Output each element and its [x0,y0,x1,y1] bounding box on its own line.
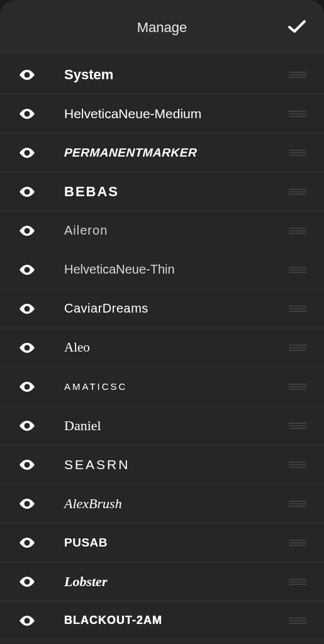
font-list: SystemHelveticaNeue-MediumPermanentMarke… [0,55,324,644]
svg-point-36 [25,423,30,428]
eye-icon[interactable] [18,497,36,511]
font-row[interactable]: CaviarDreams [0,289,324,328]
font-name-label: AMATICSC [64,381,289,392]
svg-point-48 [25,540,30,545]
font-row[interactable]: BLACKOUT-2AM [0,601,324,640]
svg-point-4 [25,111,30,116]
font-row[interactable]: BEBAS [0,172,324,211]
drag-handle-icon[interactable] [289,578,306,586]
eye-icon[interactable] [18,419,36,433]
svg-point-40 [25,462,30,467]
font-row[interactable]: Lobster [0,562,324,601]
drag-handle-icon[interactable] [289,617,306,625]
eye-icon[interactable] [18,536,36,550]
eye-icon[interactable] [18,614,36,628]
svg-point-44 [25,501,30,506]
eye-icon[interactable] [18,224,36,238]
drag-handle-icon[interactable] [289,344,306,352]
eye-icon[interactable] [18,380,36,394]
eye-icon[interactable] [18,341,36,355]
drag-handle-icon[interactable] [289,422,306,430]
eye-icon[interactable] [18,68,36,82]
page-title: Manage [137,19,187,36]
drag-handle-icon[interactable] [289,266,306,274]
font-name-label: SEASRN [64,457,289,472]
eye-icon[interactable] [18,146,36,160]
font-name-label: AlexBrush [64,496,289,512]
font-row[interactable]: Aileron [0,211,324,250]
svg-point-32 [25,384,30,389]
font-row[interactable]: SEASRN [0,445,324,484]
font-name-label: PermanentMarker [64,146,289,160]
font-name-label: BLACKOUT-2AM [64,614,289,627]
font-name-label: HelveticaNeue-Medium [64,106,289,121]
drag-handle-icon[interactable] [289,383,306,391]
svg-point-52 [25,579,30,584]
svg-point-8 [25,150,30,155]
font-row[interactable]: AMATICSC [0,367,324,406]
font-name-label: System [64,67,289,83]
drag-handle-icon[interactable] [289,500,306,508]
font-name-label: HelveticaNeue-Thin [64,262,289,277]
svg-point-20 [25,267,30,272]
font-name-label: Daniel [64,418,289,434]
eye-icon[interactable] [18,458,36,472]
font-row[interactable]: Aleo [0,328,324,367]
svg-point-0 [25,72,30,77]
eye-icon[interactable] [18,107,36,121]
font-row[interactable]: HelveticaNeue-Medium [0,94,324,133]
done-button[interactable] [288,19,306,36]
font-name-label: PUSAB [64,536,289,550]
svg-point-56 [25,618,30,623]
eye-icon[interactable] [18,185,36,199]
drag-handle-icon[interactable] [289,149,306,157]
font-row[interactable]: Daniel [0,406,324,445]
font-row[interactable]: PermanentMarker [0,133,324,172]
checkmark-icon [288,25,306,36]
drag-handle-icon[interactable] [289,188,306,196]
eye-icon[interactable] [18,263,36,277]
drag-handle-icon[interactable] [289,110,306,118]
drag-handle-icon[interactable] [289,461,306,469]
font-name-label: BEBAS [64,184,289,200]
manage-panel: Manage SystemHelveticaNeue-MediumPermane… [0,0,324,644]
drag-handle-icon[interactable] [289,305,306,313]
eye-icon[interactable] [18,302,36,316]
font-name-label: Aileron [64,223,289,238]
header: Manage [0,0,324,55]
drag-handle-icon[interactable] [289,227,306,235]
font-row[interactable]: AlexBrush [0,484,324,523]
font-row[interactable]: HelveticaNeue-Thin [0,250,324,289]
drag-handle-icon[interactable] [289,539,306,547]
drag-handle-icon[interactable] [289,71,306,79]
font-name-label: Lobster [64,574,289,590]
font-name-label: Aleo [64,340,289,355]
font-row[interactable]: System [0,55,324,94]
eye-icon[interactable] [18,575,36,589]
svg-point-28 [25,345,30,350]
font-name-label: CaviarDreams [64,301,289,316]
svg-point-12 [25,189,30,194]
svg-point-24 [25,306,30,311]
svg-point-16 [25,228,30,233]
font-row[interactable]: PUSAB [0,523,324,562]
